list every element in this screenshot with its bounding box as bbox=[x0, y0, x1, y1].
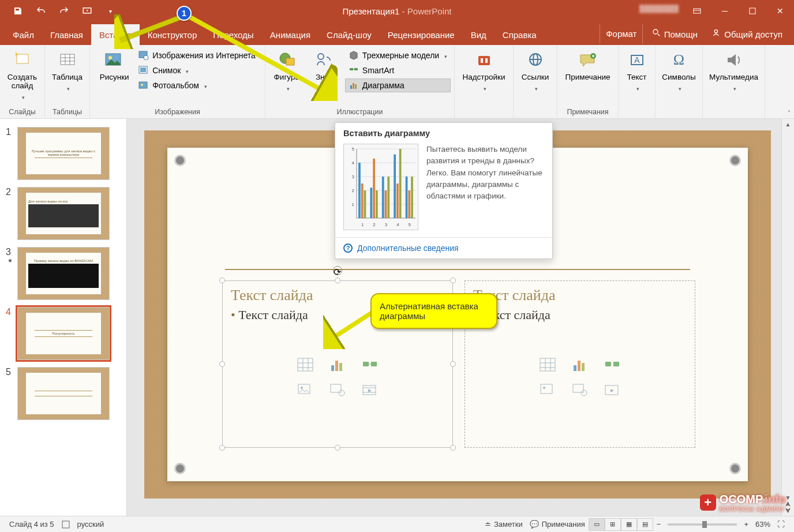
save-icon[interactable] bbox=[12, 5, 24, 17]
thumbnail[interactable]: 2 Для записи видео из игр bbox=[0, 183, 126, 243]
text-button[interactable]: AТекст bbox=[619, 47, 656, 95]
resize-handle[interactable] bbox=[450, 361, 456, 367]
insert-smartart-icon[interactable] bbox=[602, 356, 622, 373]
rotate-handle-icon[interactable]: ⟳ bbox=[333, 266, 342, 275]
spellcheck-icon[interactable] bbox=[58, 520, 74, 529]
ribbon-display-options-icon[interactable] bbox=[683, 0, 711, 22]
insert-table-icon[interactable] bbox=[538, 356, 557, 373]
svg-text:1: 1 bbox=[361, 222, 364, 227]
online-pictures-button[interactable]: Изображения из Интернета bbox=[135, 48, 259, 62]
tab-animations[interactable]: Анимация bbox=[262, 24, 319, 45]
tab-insert[interactable]: Вставка bbox=[91, 24, 140, 45]
sorter-view-icon[interactable]: ⊞ bbox=[605, 518, 621, 531]
tab-format-contextual[interactable]: Формат bbox=[600, 24, 643, 43]
zoom-in-icon[interactable]: + bbox=[740, 520, 752, 529]
notes-button[interactable]: ≐ Заметки bbox=[481, 520, 526, 529]
zoom-slider[interactable] bbox=[668, 523, 737, 526]
textbox-icon: A bbox=[627, 50, 647, 70]
scroll-down-icon[interactable]: ▼ bbox=[785, 494, 791, 501]
placeholder-title[interactable]: Текст слайда bbox=[465, 281, 695, 306]
3d-models-button[interactable]: Трехмерные модели bbox=[345, 48, 451, 62]
reading-view-icon[interactable]: ▦ bbox=[621, 518, 637, 531]
insert-table-icon[interactable] bbox=[295, 356, 315, 373]
annotation-callout: Альтернативная вставка диаграммы bbox=[370, 293, 497, 329]
online-pictures-icon bbox=[138, 50, 149, 61]
tab-transitions[interactable]: Переходы bbox=[205, 24, 261, 45]
tell-me-search[interactable]: Помощн bbox=[646, 24, 703, 44]
insert-smartart-icon[interactable] bbox=[360, 356, 380, 373]
redo-icon[interactable] bbox=[58, 5, 70, 17]
resize-handle[interactable] bbox=[219, 278, 225, 283]
resize-handle[interactable] bbox=[219, 445, 225, 451]
tooltip-more-link[interactable]: ?Дополнительные сведения bbox=[335, 237, 552, 258]
thumbnail[interactable]: 5 bbox=[0, 364, 126, 424]
slideshow-view-icon[interactable]: ▤ bbox=[637, 518, 653, 531]
table-button[interactable]: Таблица bbox=[48, 47, 86, 95]
normal-view-icon[interactable]: ▭ bbox=[589, 518, 605, 531]
media-button[interactable]: Мультимедиа bbox=[706, 47, 762, 95]
insert-online-picture-icon[interactable] bbox=[570, 381, 590, 399]
close-icon[interactable]: ✕ bbox=[766, 0, 794, 22]
tab-design[interactable]: Конструктор bbox=[140, 24, 205, 45]
tab-slideshow[interactable]: Слайд-шоу bbox=[319, 24, 380, 45]
next-slide-icon[interactable]: ⮟ bbox=[785, 507, 791, 514]
scroll-up-icon[interactable]: ▲ bbox=[785, 121, 791, 128]
slide-thumbnail-panel[interactable]: 1 Лучшие программы для записи видео с эк… bbox=[0, 119, 127, 516]
content-type-icons bbox=[538, 356, 622, 399]
language-indicator[interactable]: русский bbox=[74, 520, 108, 529]
comment-icon bbox=[578, 50, 598, 70]
photo-album-button[interactable]: Фотоальбом bbox=[135, 78, 259, 92]
new-comment-button[interactable]: Примечание bbox=[561, 47, 613, 84]
chart-button[interactable]: Диаграмма bbox=[345, 78, 451, 92]
share-button[interactable]: Общий доступ bbox=[707, 24, 788, 44]
insert-video-icon[interactable] bbox=[602, 381, 622, 399]
insert-chart-icon[interactable] bbox=[328, 356, 347, 373]
comments-button[interactable]: 💬 Примечания bbox=[526, 520, 589, 529]
resize-handle[interactable] bbox=[335, 278, 340, 283]
resize-handle[interactable] bbox=[450, 278, 456, 283]
zoom-out-icon[interactable]: − bbox=[653, 520, 665, 529]
new-slide-button[interactable]: Создать слайд bbox=[4, 47, 41, 103]
thumbnail[interactable]: 1 Лучшие программы для записи видео с эк… bbox=[0, 123, 126, 183]
qat-customize-icon[interactable]: ▾ bbox=[104, 5, 117, 17]
addins-button[interactable]: Надстройки bbox=[459, 47, 508, 95]
insert-video-icon[interactable] bbox=[360, 381, 380, 399]
placeholder-bullet[interactable]: Текст слайда bbox=[465, 306, 695, 324]
links-button[interactable]: Ссылки bbox=[517, 47, 554, 95]
tab-help[interactable]: Справка bbox=[495, 24, 545, 45]
icons-button[interactable]: Знач bbox=[306, 47, 343, 95]
tab-file[interactable]: Файл bbox=[5, 24, 42, 45]
insert-online-picture-icon[interactable] bbox=[328, 381, 347, 399]
tab-review[interactable]: Рецензирование bbox=[380, 24, 463, 45]
symbols-button[interactable]: ΩСимволы bbox=[658, 47, 699, 95]
resize-handle[interactable] bbox=[219, 361, 225, 367]
fit-to-window-icon[interactable]: ⛶ bbox=[774, 520, 788, 529]
shapes-button[interactable]: Фигуры bbox=[269, 47, 306, 95]
slide-counter[interactable]: Слайд 4 из 5 bbox=[6, 520, 58, 529]
svg-rect-72 bbox=[382, 177, 384, 218]
vertical-scrollbar[interactable]: ▲ ▼ ⮝ ⮟ bbox=[781, 119, 794, 516]
insert-chart-icon[interactable] bbox=[570, 356, 590, 373]
insert-picture-icon[interactable] bbox=[295, 381, 315, 399]
tab-view[interactable]: Вид bbox=[463, 24, 495, 45]
svg-text:A: A bbox=[634, 55, 640, 65]
content-placeholder-right[interactable]: Текст слайда Текст слайда bbox=[465, 280, 695, 448]
thumbnail[interactable]: 4 Популярность bbox=[0, 304, 126, 364]
collapse-ribbon-icon[interactable]: ˄ bbox=[788, 110, 791, 116]
tab-home[interactable]: Главная bbox=[42, 24, 91, 45]
prev-slide-icon[interactable]: ⮝ bbox=[785, 501, 791, 507]
resize-handle[interactable] bbox=[335, 445, 340, 451]
insert-picture-icon[interactable] bbox=[538, 381, 557, 399]
group-symbols: ΩСимволы bbox=[656, 45, 703, 118]
screenshot-button[interactable]: Снимок bbox=[135, 63, 259, 77]
svg-rect-76 bbox=[394, 155, 396, 218]
resize-handle[interactable] bbox=[450, 445, 456, 451]
undo-icon[interactable] bbox=[35, 5, 47, 17]
thumbnail[interactable]: 3★ Пример записи видео из BANDICAM bbox=[0, 243, 126, 304]
pictures-button[interactable]: Рисунки bbox=[96, 47, 133, 92]
minimize-icon[interactable]: ─ bbox=[711, 0, 739, 22]
smartart-button[interactable]: SmartArt bbox=[345, 63, 451, 77]
restore-icon[interactable] bbox=[739, 0, 766, 22]
zoom-level[interactable]: 63% bbox=[752, 520, 774, 529]
start-slideshow-icon[interactable] bbox=[81, 5, 93, 17]
